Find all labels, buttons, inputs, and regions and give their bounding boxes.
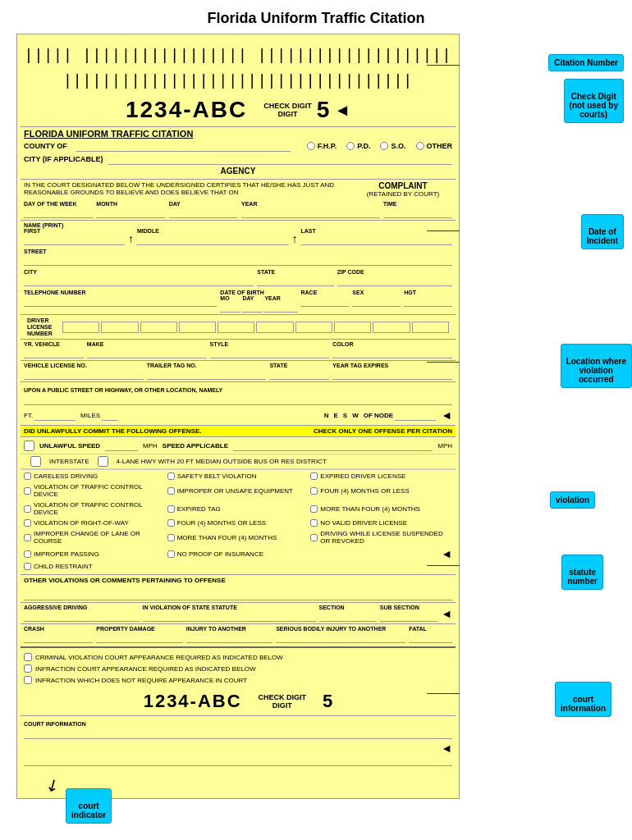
dl-box-4[interactable] — [179, 322, 216, 333]
4mo-less2-cb[interactable] — [167, 519, 175, 527]
dl-box-1[interactable] — [62, 322, 99, 333]
street-field[interactable] — [24, 254, 452, 266]
more4mo2-cb[interactable] — [167, 534, 175, 541]
other-radio[interactable] — [416, 142, 424, 150]
sex-field[interactable] — [352, 295, 401, 307]
fatal-field[interactable] — [409, 632, 452, 643]
other-violations-field[interactable] — [24, 586, 452, 600]
mo-field[interactable] — [220, 301, 240, 313]
ft-field[interactable] — [34, 409, 76, 421]
mph-label1: MPH — [143, 442, 158, 450]
child-restraint-cb[interactable] — [24, 563, 31, 570]
expired-dl-cb[interactable] — [310, 472, 318, 480]
first-name-field[interactable] — [24, 234, 125, 245]
street-label: STREET — [24, 249, 452, 254]
race-field[interactable] — [300, 295, 349, 307]
dl-box-2[interactable] — [101, 322, 138, 333]
dl-box-9[interactable] — [373, 322, 410, 333]
plate-no-field[interactable] — [24, 368, 144, 380]
fhp-option[interactable]: F.H.P. — [307, 142, 337, 150]
last-name-field[interactable] — [301, 234, 453, 245]
prop-damage-field[interactable] — [96, 632, 182, 643]
day2-field[interactable] — [242, 301, 263, 313]
state-statute-field[interactable] — [143, 610, 316, 622]
dl-box-5[interactable] — [218, 322, 254, 333]
section-field[interactable] — [319, 610, 377, 622]
node-field[interactable] — [395, 409, 436, 421]
year-field[interactable] — [241, 207, 380, 218]
no-proof-ins-cb[interactable] — [167, 550, 175, 558]
traffic1-cb[interactable] — [24, 487, 31, 495]
location-field1[interactable] — [24, 394, 452, 405]
callout-citation-number: Citation Number — [548, 54, 624, 71]
speed-value-field[interactable] — [105, 440, 138, 451]
more4mo1-cb[interactable] — [310, 505, 318, 513]
style-field[interactable] — [210, 347, 330, 358]
month-field[interactable] — [96, 207, 165, 218]
violations-section: CARELESS DRIVING SAFETY BELT VIOLATION E… — [21, 469, 456, 574]
traffic2-cb[interactable] — [24, 505, 31, 513]
so-radio[interactable] — [380, 142, 388, 150]
expired-tag-cb[interactable] — [167, 505, 175, 513]
year2-field[interactable] — [264, 301, 297, 313]
fhp-radio[interactable] — [307, 142, 315, 150]
4mo-less1-cb[interactable] — [310, 487, 318, 495]
county-field[interactable] — [76, 140, 291, 152]
dl-box-8[interactable] — [334, 322, 371, 333]
zip-field[interactable] — [337, 275, 452, 286]
color-field[interactable] — [332, 347, 452, 358]
pd-option[interactable]: P.D. — [346, 142, 370, 150]
injury-field[interactable] — [186, 632, 272, 643]
make-field[interactable] — [87, 347, 207, 358]
name-arrow1: ↑ — [128, 232, 134, 245]
unlawful-speed-checkbox[interactable] — [24, 441, 34, 451]
other-option[interactable]: OTHER — [416, 142, 453, 150]
city-field[interactable] — [108, 153, 453, 165]
yr-vehicle-field[interactable] — [24, 347, 84, 358]
phone-field[interactable] — [24, 295, 217, 307]
hgt-field[interactable] — [404, 295, 452, 307]
improper-passing-cb[interactable] — [24, 550, 31, 558]
four-lane-checkbox[interactable] — [98, 456, 108, 467]
city2-field[interactable] — [24, 275, 254, 286]
court-no-appearance-cb[interactable] — [24, 676, 32, 684]
time-field[interactable] — [383, 207, 452, 218]
improper-change-cb[interactable] — [24, 534, 31, 541]
row1-cb[interactable] — [24, 519, 31, 527]
dl-box-10[interactable] — [412, 322, 449, 333]
court-info-field1[interactable] — [24, 728, 452, 739]
speed-applicable-field[interactable] — [233, 440, 433, 451]
day-of-week-field[interactable] — [24, 207, 93, 218]
name-row: NAME (PRINT) FIRST ↑ MIDDLE ↑ — [21, 221, 456, 247]
no-valid-dl-cb[interactable] — [310, 519, 318, 527]
year-tag-field[interactable] — [332, 368, 452, 380]
middle-name-field[interactable] — [137, 234, 289, 245]
interstate-checkbox[interactable] — [30, 456, 41, 467]
pd-radio[interactable] — [346, 142, 355, 150]
court-info-field2[interactable] — [24, 755, 452, 766]
court-criminal-cb[interactable] — [24, 653, 32, 661]
dl-box-7[interactable] — [295, 322, 332, 333]
miles-field[interactable] — [102, 409, 118, 421]
so-option[interactable]: S.O. — [380, 142, 405, 150]
aggressive-field[interactable] — [24, 610, 140, 622]
improper-equip-cb[interactable] — [167, 487, 175, 495]
trailer-tag-field[interactable] — [147, 368, 267, 380]
safety-belt-cb[interactable] — [167, 472, 175, 480]
fhp-label: F.H.P. — [318, 142, 337, 150]
dl-box-6[interactable] — [256, 322, 293, 333]
plate-state-field[interactable] — [269, 368, 329, 380]
court-infraction-cb[interactable] — [24, 664, 32, 673]
agency-options: F.H.P. P.D. S.O. OTHER — [307, 140, 452, 152]
state-field[interactable] — [257, 275, 333, 286]
dl-box-3[interactable] — [140, 322, 177, 333]
serious-injury-cell: SERIOUS BODILY INJURY TO ANOTHER — [276, 626, 405, 643]
callout-line-date — [427, 231, 460, 231]
driving-suspended-cb[interactable] — [310, 534, 318, 541]
sub-section-field[interactable] — [380, 610, 437, 622]
careless-cb[interactable] — [24, 472, 31, 480]
serious-injury-field[interactable] — [276, 632, 405, 643]
crash-field[interactable] — [24, 632, 93, 643]
day-field[interactable] — [169, 207, 238, 218]
plate-row: VEHICLE LICENSE NO. TRAILER TAG NO. STAT… — [21, 360, 456, 381]
